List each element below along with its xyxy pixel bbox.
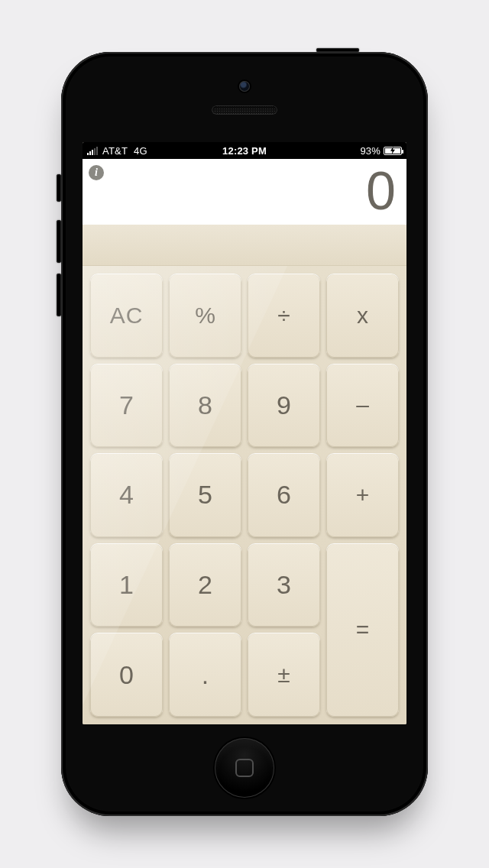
info-icon[interactable]: i bbox=[89, 165, 104, 180]
key-equals[interactable]: = bbox=[326, 543, 399, 717]
screen: AT&T 4G 12:23 PM 93% i 0 AC % ÷ bbox=[83, 142, 406, 724]
power-button[interactable] bbox=[316, 48, 359, 52]
key-plus[interactable]: + bbox=[326, 453, 399, 537]
key-9[interactable]: 9 bbox=[248, 364, 320, 448]
key-decimal[interactable]: . bbox=[169, 633, 241, 717]
key-0[interactable]: 0 bbox=[90, 633, 163, 717]
display: i 0 bbox=[83, 159, 406, 225]
battery-icon bbox=[384, 147, 402, 155]
volume-down-button[interactable] bbox=[57, 274, 61, 316]
key-multiply[interactable]: x bbox=[326, 274, 399, 358]
battery-pct: 93% bbox=[360, 145, 381, 157]
key-4[interactable]: 4 bbox=[90, 453, 163, 537]
key-plusminus[interactable]: ± bbox=[248, 633, 320, 717]
display-value: 0 bbox=[366, 159, 406, 225]
mute-switch[interactable] bbox=[57, 174, 61, 202]
carrier-label: AT&T bbox=[102, 145, 128, 157]
key-5[interactable]: 5 bbox=[169, 453, 241, 537]
volume-up-button[interactable] bbox=[57, 220, 61, 263]
key-2[interactable]: 2 bbox=[169, 543, 241, 627]
clock: 12:23 PM bbox=[83, 145, 406, 157]
network-label: 4G bbox=[134, 145, 147, 157]
key-3[interactable]: 3 bbox=[248, 543, 320, 627]
key-divide[interactable]: ÷ bbox=[248, 274, 320, 358]
key-6[interactable]: 6 bbox=[248, 453, 320, 537]
speaker-grille bbox=[212, 105, 277, 115]
phone-frame: AT&T 4G 12:23 PM 93% i 0 AC % ÷ bbox=[61, 52, 428, 816]
key-ac[interactable]: AC bbox=[90, 274, 163, 358]
status-bar: AT&T 4G 12:23 PM 93% bbox=[83, 142, 406, 159]
key-percent[interactable]: % bbox=[169, 274, 241, 358]
key-8[interactable]: 8 bbox=[169, 364, 241, 448]
home-button[interactable] bbox=[215, 738, 274, 798]
home-icon bbox=[235, 759, 254, 777]
signal-icon bbox=[87, 146, 98, 155]
display-bevel bbox=[83, 225, 406, 266]
keypad: AC % ÷ x 7 8 9 – 4 5 6 + 1 2 3 = 0 . ± bbox=[83, 266, 406, 724]
key-minus[interactable]: – bbox=[326, 364, 399, 448]
front-camera bbox=[239, 81, 250, 92]
key-7[interactable]: 7 bbox=[90, 364, 163, 448]
key-1[interactable]: 1 bbox=[90, 543, 163, 627]
